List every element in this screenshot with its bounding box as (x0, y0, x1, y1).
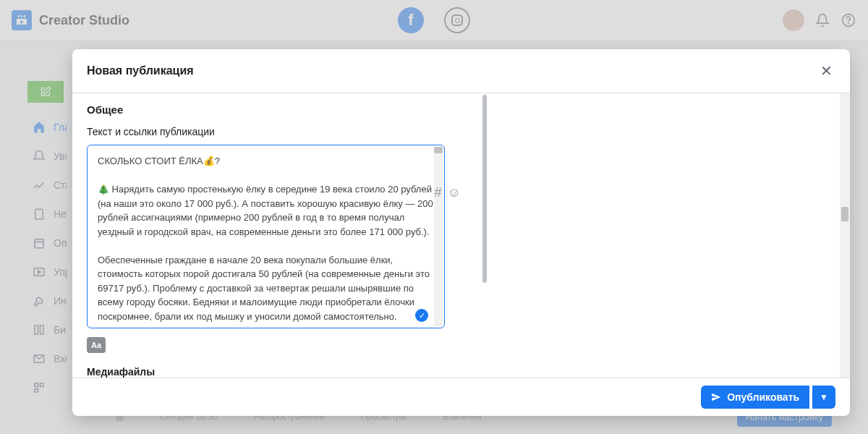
modal-preview-column (488, 93, 850, 378)
new-post-modal: Новая публикация ✕ Общее Текст и ссылки … (72, 49, 850, 416)
textarea-scrollbar[interactable] (434, 147, 443, 326)
modal-title: Новая публикация (87, 64, 194, 77)
publish-button-label: Опубликовать (727, 391, 799, 403)
section-general-title: Общее (87, 103, 474, 116)
modal-body: Общее Текст и ссылки публикации СКОЛЬКО … (72, 93, 850, 378)
modal-footer: Опубликовать ▼ (72, 378, 850, 416)
post-text-input[interactable]: СКОЛЬКО СТОИТ ЁЛКА💰? 🎄 Нарядить самую пр… (88, 145, 444, 328)
check-icon: ✓ (415, 309, 428, 322)
publish-button[interactable]: Опубликовать (701, 386, 809, 409)
post-text-label: Текст и ссылки публикации (87, 126, 474, 137)
modal-form-column: Общее Текст и ссылки публикации СКОЛЬКО … (72, 93, 488, 378)
publish-options-button[interactable]: ▼ (812, 386, 835, 409)
modal-outer-scrollbar[interactable] (840, 93, 850, 378)
modal-inner-scrollbar[interactable] (481, 95, 487, 376)
text-style-button[interactable]: Aa (87, 337, 106, 353)
emoji-icon[interactable]: ☺ (448, 185, 461, 200)
media-section-title: Медиафайлы (87, 366, 474, 378)
post-text-field[interactable]: СКОЛЬКО СТОИТ ЁЛКА💰? 🎄 Нарядить самую пр… (87, 145, 445, 328)
modal-header: Новая публикация ✕ (72, 49, 850, 93)
hashtag-icon[interactable]: # (435, 185, 442, 200)
close-icon[interactable]: ✕ (817, 59, 835, 82)
send-icon (711, 392, 721, 402)
